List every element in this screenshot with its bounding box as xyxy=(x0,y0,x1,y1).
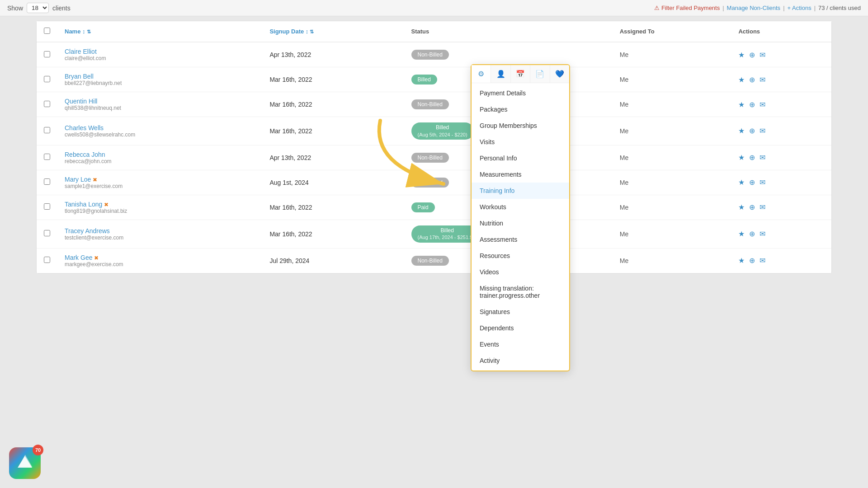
dropdown-item[interactable]: Dependents xyxy=(472,320,569,336)
dropdown-item[interactable]: Training Info xyxy=(472,183,569,199)
select-all-checkbox[interactable] xyxy=(44,28,50,34)
show-label: Show xyxy=(7,5,23,12)
star-icon[interactable]: ★ xyxy=(738,153,745,162)
table-row: Tracey Andrews testclient@exercise.com M… xyxy=(37,220,831,248)
signup-date-cell: Mar 16th, 2022 xyxy=(262,92,404,117)
dropdown-tab-document[interactable]: 📄 xyxy=(530,65,550,83)
client-info-cell: Tanisha Long✖ tlong819@gnolahsinat.biz xyxy=(57,195,262,220)
row-checkbox-cell xyxy=(37,42,57,67)
dropdown-item[interactable]: Group Memberships xyxy=(472,117,569,134)
assigned-to-cell: Me xyxy=(613,220,731,248)
action-icons: ★ ⊕ ✉ xyxy=(738,178,824,187)
dropdown-item[interactable]: Resources xyxy=(472,248,569,264)
mail-icon[interactable]: ✉ xyxy=(760,51,765,59)
add-icon[interactable]: ⊕ xyxy=(749,100,755,109)
dropdown-tab-person[interactable]: 👤 xyxy=(491,65,510,83)
row-checkbox[interactable] xyxy=(44,101,50,107)
dropdown-item[interactable]: Payment Details xyxy=(472,85,569,101)
client-name[interactable]: Tanisha Long✖ xyxy=(65,201,255,208)
row-checkbox[interactable] xyxy=(44,51,50,57)
row-checkbox[interactable] xyxy=(44,76,50,82)
signup-date-cell: Mar 16th, 2022 xyxy=(262,117,404,145)
client-name[interactable]: Mark Gee✖ xyxy=(65,254,255,261)
add-icon[interactable]: ⊕ xyxy=(749,178,755,187)
divider-3: | xyxy=(814,5,816,11)
add-icon[interactable]: ⊕ xyxy=(749,127,755,135)
select-all-header[interactable] xyxy=(37,21,57,42)
row-checkbox[interactable] xyxy=(44,178,50,185)
star-icon[interactable]: ★ xyxy=(738,178,745,187)
filter-failed-link[interactable]: Filter Failed Payments xyxy=(654,5,720,11)
dropdown-tab-calendar[interactable]: 📅 xyxy=(511,65,530,83)
client-name[interactable]: Quentin Hill xyxy=(65,98,255,105)
client-name[interactable]: Mary Loe✖ xyxy=(65,176,255,183)
assigned-to-cell: Me xyxy=(613,195,731,220)
client-name[interactable]: Bryan Bell xyxy=(65,73,255,80)
action-icons: ★ ⊕ ✉ xyxy=(738,230,824,238)
dropdown-item[interactable]: Assessments xyxy=(472,231,569,248)
mail-icon[interactable]: ✉ xyxy=(760,203,765,211)
dropdown-item[interactable]: Visits xyxy=(472,134,569,150)
row-checkbox[interactable] xyxy=(44,127,50,133)
add-icon[interactable]: ⊕ xyxy=(749,153,755,162)
add-icon[interactable]: ⊕ xyxy=(749,256,755,265)
assigned-to-cell: Me xyxy=(613,170,731,195)
add-icon[interactable]: ⊕ xyxy=(749,75,755,84)
add-icon[interactable]: ⊕ xyxy=(749,230,755,238)
col-name[interactable]: Name ↕ xyxy=(57,21,262,42)
actions-cell: ★ ⊕ ✉ xyxy=(731,117,831,145)
dropdown-item[interactable]: Measurements xyxy=(472,166,569,183)
clients-label: clients xyxy=(52,5,71,12)
mail-icon[interactable]: ✉ xyxy=(760,153,765,162)
col-signup-date[interactable]: Signup Date ↕ xyxy=(262,21,404,42)
action-icons: ★ ⊕ ✉ xyxy=(738,51,824,59)
dropdown-item[interactable]: Personal Info xyxy=(472,150,569,166)
assigned-to-cell: Me xyxy=(613,42,731,67)
dropdown-item[interactable]: Videos xyxy=(472,264,569,280)
signup-date-cell: Mar 16th, 2022 xyxy=(262,195,404,220)
star-icon[interactable]: ★ xyxy=(738,203,745,211)
dropdown-item[interactable]: Signatures xyxy=(472,304,569,320)
star-icon[interactable]: ★ xyxy=(738,100,745,109)
mail-icon[interactable]: ✉ xyxy=(760,127,765,135)
actions-cell: ★ ⊕ ✉ xyxy=(731,145,831,170)
mail-icon[interactable]: ✉ xyxy=(760,256,765,265)
table-row: Rebecca John rebecca@john.com Apr 13th, … xyxy=(37,145,831,170)
client-name[interactable]: Claire Elliot xyxy=(65,48,255,55)
top-bar-left: Show 18 25 50 clients xyxy=(7,3,71,13)
show-select[interactable]: 18 25 50 xyxy=(27,3,49,13)
divider-2: | xyxy=(783,5,784,11)
star-icon[interactable]: ★ xyxy=(738,51,745,59)
star-icon[interactable]: ★ xyxy=(738,256,745,265)
table-row: Mary Loe✖ sample1@exercise.com Aug 1st, … xyxy=(37,170,831,195)
mail-icon[interactable]: ✉ xyxy=(760,178,765,187)
actions-link[interactable]: Actions xyxy=(788,5,811,11)
add-icon[interactable]: ⊕ xyxy=(749,51,755,59)
manage-non-clients-link[interactable]: Manage Non-Clients xyxy=(727,5,781,11)
star-icon[interactable]: ★ xyxy=(738,230,745,238)
dropdown-tab-settings[interactable]: ⚙ xyxy=(472,65,491,83)
star-icon[interactable]: ★ xyxy=(738,127,745,135)
client-name[interactable]: Charles Wells xyxy=(65,124,255,131)
row-checkbox[interactable] xyxy=(44,257,50,263)
star-icon[interactable]: ★ xyxy=(738,75,745,84)
dropdown-item[interactable]: Nutrition xyxy=(472,215,569,231)
dropdown-item[interactable]: Missing translation: trainer.progress.ot… xyxy=(472,280,569,304)
client-name[interactable]: Rebecca John xyxy=(65,151,255,158)
add-icon[interactable]: ⊕ xyxy=(749,203,755,211)
dropdown-item[interactable]: Events xyxy=(472,336,569,352)
dropdown-item[interactable]: Activity xyxy=(472,352,569,369)
row-checkbox[interactable] xyxy=(44,230,50,236)
dropdown-item[interactable]: Workouts xyxy=(472,199,569,215)
client-name[interactable]: Tracey Andrews xyxy=(65,227,255,235)
dropdown-item[interactable]: Packages xyxy=(472,101,569,117)
mail-icon[interactable]: ✉ xyxy=(760,75,765,84)
client-email: bbell227@liebnayrb.net xyxy=(65,80,255,86)
row-checkbox[interactable] xyxy=(44,154,50,160)
mail-icon[interactable]: ✉ xyxy=(760,230,765,238)
row-checkbox[interactable] xyxy=(44,203,50,210)
app-icon[interactable]: 70 xyxy=(9,447,41,479)
sample-badge: ✖ xyxy=(104,202,108,208)
mail-icon[interactable]: ✉ xyxy=(760,100,765,109)
dropdown-tab-health[interactable]: 💙 xyxy=(550,65,569,83)
